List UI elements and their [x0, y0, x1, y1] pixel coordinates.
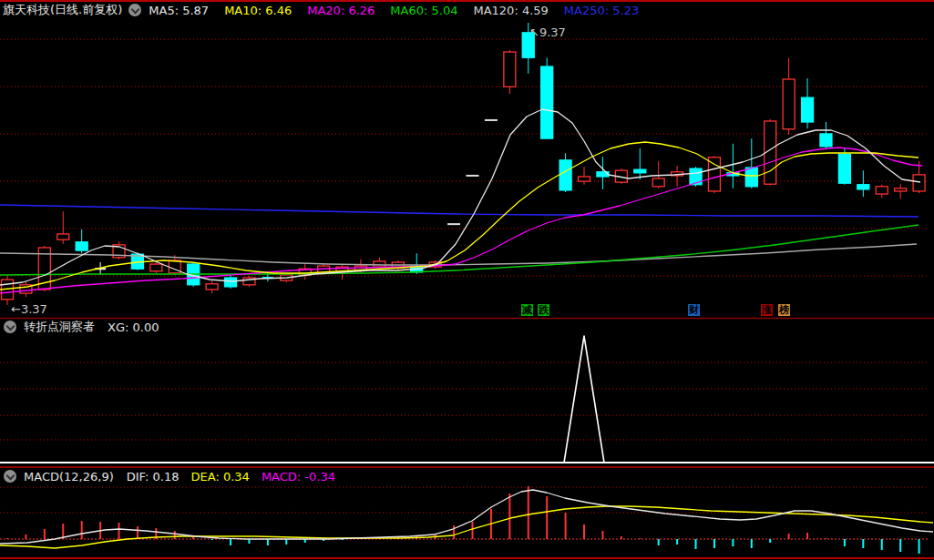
- macd-value-dea: DEA: 0.34: [191, 470, 250, 484]
- stock-chart-app: 旗天科技(日线.前复权) MA5: 5.87MA10: 6.46MA20: 6.…: [0, 0, 934, 560]
- chevron-down-icon[interactable]: [4, 470, 16, 483]
- svg-text:←3.37: ←3.37: [11, 302, 47, 316]
- indicator-name: 转折点洞察者: [24, 319, 95, 335]
- chevron-down-icon[interactable]: [4, 321, 16, 333]
- indicator-panel-header: 转折点洞察者 XG: 0.00: [0, 320, 159, 334]
- event-badge[interactable]: 涨: [761, 304, 773, 316]
- indicator-value: XG: 0.00: [108, 321, 159, 334]
- macd-legend: DIF: 0.18DEA: 0.34MACD: -0.34: [127, 470, 347, 484]
- event-badge[interactable]: 财: [688, 304, 700, 316]
- event-badge[interactable]: 跌: [538, 304, 549, 316]
- macd-name: MACD(12,26,9): [24, 470, 114, 484]
- macd-panel-header: MACD(12,26,9) DIF: 0.18DEA: 0.34MACD: -0…: [0, 469, 347, 484]
- event-badge[interactable]: 减: [521, 304, 533, 316]
- macd-value-macd: MACD: -0.34: [262, 470, 335, 484]
- macd-value-dif: DIF: 0.18: [127, 470, 180, 484]
- svg-text:↖9.37: ↖9.37: [529, 25, 566, 39]
- event-badge[interactable]: 榜: [778, 304, 790, 316]
